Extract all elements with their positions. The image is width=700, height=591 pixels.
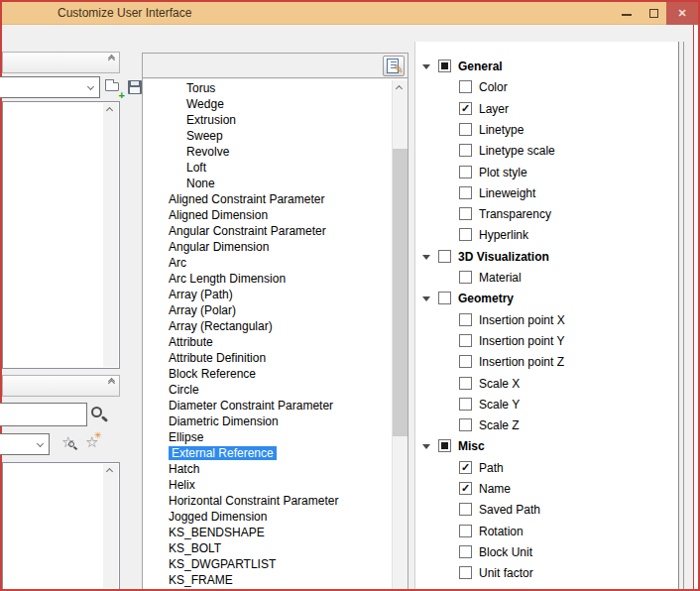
maximize-button[interactable] [641, 2, 668, 25]
list-item[interactable]: KS_FRAME [143, 572, 408, 588]
list-item[interactable]: Attribute Definition [143, 350, 408, 366]
checkbox-unchecked[interactable] [459, 545, 472, 558]
list-item[interactable]: Loft [143, 160, 408, 176]
checkbox-checked[interactable]: ✓ [459, 482, 472, 495]
scrollbar[interactable] [103, 103, 118, 367]
list-item[interactable]: Extrusion [143, 112, 408, 128]
list-item[interactable]: Aligned Constraint Parameter [143, 191, 408, 207]
list-item[interactable]: Helix [143, 477, 408, 493]
edit-object-list-button[interactable]: ✎ [383, 56, 405, 76]
command-list[interactable] [2, 462, 120, 589]
customizations-pane-header[interactable] [2, 52, 120, 73]
list-item[interactable]: Array (Rectangular) [143, 318, 408, 334]
tree-row: Hyperlink [415, 225, 670, 246]
list-item[interactable]: Wedge [143, 96, 408, 112]
checkbox-unchecked[interactable] [459, 503, 472, 516]
tree-row: Block Unit [415, 542, 670, 563]
checkbox-unchecked[interactable] [459, 144, 472, 157]
checkbox-unchecked[interactable] [438, 292, 451, 304]
checkbox-checked[interactable]: ✓ [459, 102, 472, 115]
list-item[interactable]: Arc Length Dimension [143, 271, 408, 287]
checkbox-unchecked[interactable] [459, 525, 472, 537]
expand-arrow-icon[interactable] [422, 296, 430, 301]
command-list-pane-header[interactable] [2, 375, 120, 397]
checkbox-unchecked[interactable] [459, 566, 472, 579]
tree-label: Saved Path [479, 503, 540, 517]
star-new-icon[interactable]: ☆✳ [85, 433, 98, 451]
customization-file-combobox[interactable] [0, 76, 100, 98]
scroll-up-icon[interactable] [106, 107, 113, 114]
checkbox-unchecked[interactable] [459, 207, 472, 220]
list-item[interactable]: Circle [143, 382, 408, 398]
scrollbar[interactable] [103, 464, 118, 588]
checkbox-unchecked[interactable] [459, 228, 472, 241]
checkbox-unchecked[interactable] [459, 313, 472, 326]
checkbox-unchecked[interactable] [459, 80, 472, 93]
tree-label: Misc [458, 439, 485, 453]
list-item[interactable]: Array (Polar) [143, 302, 408, 318]
search-icon[interactable] [91, 407, 102, 417]
list-item[interactable]: Arc [143, 255, 408, 271]
checkbox-unchecked[interactable] [459, 166, 472, 178]
checkbox-checked[interactable]: ✓ [459, 461, 472, 474]
tree-label: Insertion point Y [479, 334, 565, 348]
tree-label: 3D Visualization [458, 250, 549, 264]
close-button[interactable]: ✕ [666, 2, 698, 25]
collapse-pane-icon[interactable] [109, 56, 114, 59]
scroll-up-icon[interactable] [106, 468, 113, 475]
list-item[interactable]: Torus [143, 80, 408, 96]
list-item[interactable]: Diameter Constraint Parameter [143, 398, 408, 414]
checkbox-unchecked[interactable] [459, 398, 472, 411]
expand-arrow-icon[interactable] [422, 64, 430, 69]
list-item[interactable]: Diametric Dimension [143, 414, 408, 429]
properties-tree: GeneralColor✓LayerLinetypeLinetype scale… [415, 57, 678, 589]
list-item[interactable]: KS_DWGPARTLIST [143, 556, 408, 572]
selected-list-item[interactable]: External Reference [169, 446, 277, 460]
list-item[interactable]: Hatch [143, 461, 408, 477]
expand-arrow-icon[interactable] [422, 444, 430, 449]
star-search-icon[interactable]: ☆ [61, 433, 74, 451]
list-item[interactable]: External Reference [143, 445, 408, 461]
minimize-button[interactable] [613, 2, 641, 25]
list-item[interactable]: Jogged Dimension [143, 509, 408, 525]
search-input[interactable] [0, 403, 87, 426]
checkbox-unchecked[interactable] [459, 123, 472, 136]
object-list[interactable]: TorusWedgeExtrusionSweepRevolveLoftNoneA… [143, 80, 408, 589]
checkbox-unchecked[interactable] [459, 334, 472, 347]
checkbox-mixed[interactable] [438, 59, 451, 72]
collapse-pane-icon[interactable] [109, 379, 114, 383]
list-item[interactable]: Horizontal Constraint Parameter [143, 493, 408, 509]
scrollbar-thumb[interactable] [393, 149, 408, 436]
list-item[interactable]: KS_BOLT [143, 540, 408, 556]
scrollbar[interactable] [392, 80, 408, 589]
checkbox-mixed[interactable] [438, 439, 451, 452]
checkbox-unchecked[interactable] [459, 377, 472, 390]
list-item[interactable]: KS_BENDSHAPE [143, 525, 408, 540]
list-item[interactable]: Attribute [143, 334, 408, 350]
customizations-tree-list[interactable] [2, 101, 120, 369]
list-item[interactable]: Block Reference [143, 366, 408, 382]
tree-row: Misc [415, 436, 670, 457]
checkbox-unchecked[interactable] [459, 418, 472, 431]
list-item[interactable]: Array (Path) [143, 287, 408, 302]
checkbox-unchecked[interactable] [459, 186, 472, 199]
checkbox-unchecked[interactable] [438, 250, 451, 263]
tree-label: Linetype [479, 123, 524, 137]
checkbox-unchecked[interactable] [459, 355, 472, 368]
title-bar[interactable]: Customize User Interface ✕ [2, 2, 698, 25]
list-item[interactable]: Angular Constraint Parameter [143, 223, 408, 239]
expand-arrow-icon[interactable] [422, 255, 430, 260]
command-category-combobox[interactable] [0, 433, 50, 455]
list-item[interactable]: Sweep [143, 128, 408, 144]
checkbox-unchecked[interactable] [459, 271, 472, 284]
list-item[interactable]: None [143, 176, 408, 191]
load-customization-button[interactable]: + [104, 77, 124, 97]
list-item[interactable]: Ellipse [143, 429, 408, 445]
list-item[interactable]: Revolve [143, 144, 408, 160]
tree-row: Scale X [415, 374, 670, 395]
scroll-up-icon[interactable] [396, 85, 403, 92]
list-item[interactable]: Aligned Dimension [143, 207, 408, 223]
list-item[interactable]: Angular Dimension [143, 239, 408, 255]
list-item[interactable]: KS_GRID [143, 588, 408, 589]
tree-label: Linetype scale [479, 144, 555, 158]
